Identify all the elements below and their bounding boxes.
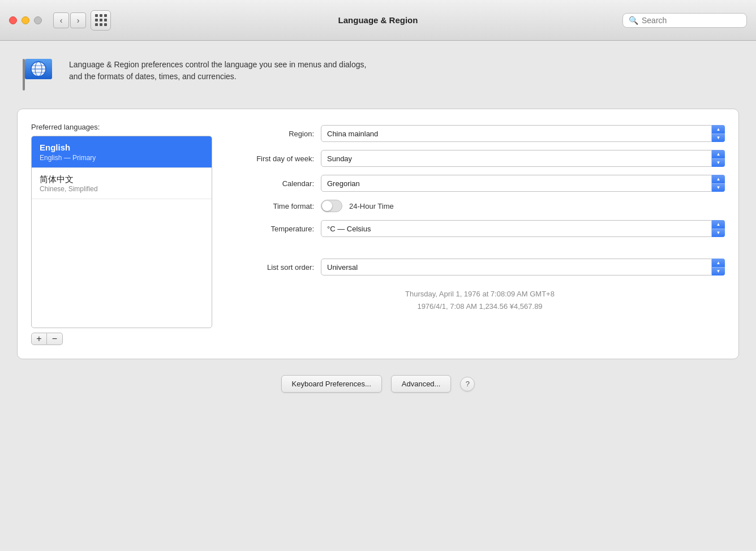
first-day-select-wrapper: Sunday Monday Saturday ▲ ▼ xyxy=(321,150,725,167)
add-language-button[interactable]: + xyxy=(31,333,47,345)
grid-icon xyxy=(95,14,107,26)
settings-panel: Preferred languages: English English — P… xyxy=(17,109,739,359)
advanced-button[interactable]: Advanced... xyxy=(391,375,452,393)
region-stepper-up[interactable]: ▲ xyxy=(712,125,725,134)
calendar-stepper[interactable]: ▲ ▼ xyxy=(711,175,725,192)
first-day-row: First day of week: Sunday Monday Saturda… xyxy=(235,150,725,167)
panel-inner: Preferred languages: English English — P… xyxy=(31,123,725,345)
first-day-stepper[interactable]: ▲ ▼ xyxy=(711,150,725,167)
svg-rect-0 xyxy=(23,59,25,91)
list-buttons: + − xyxy=(31,333,212,345)
list-sort-select-wrapper: Universal Current Language ▲ ▼ xyxy=(321,259,725,276)
help-button[interactable]: ? xyxy=(460,377,475,391)
language-sub-english: English — Primary xyxy=(40,154,204,162)
nav-buttons: ‹ › xyxy=(53,12,86,28)
time-format-text: 24-Hour Time xyxy=(349,202,394,210)
temperature-label: Temperature: xyxy=(235,225,314,233)
toggle-knob xyxy=(322,201,332,211)
calendar-stepper-down[interactable]: ▼ xyxy=(712,184,725,192)
calendar-select-wrapper: Gregorian Buddhist Chinese Hebrew Islami… xyxy=(321,175,725,192)
window-title: Language & Region xyxy=(338,15,418,25)
forward-button[interactable]: › xyxy=(70,12,86,28)
settings-section: Region: China mainland United States Uni… xyxy=(235,123,725,345)
keyboard-preferences-button[interactable]: Keyboard Preferences... xyxy=(281,375,382,393)
preview-date-line1: Thursday, April 1, 1976 at 7:08:09 AM GM… xyxy=(235,288,725,300)
temperature-row: Temperature: °C — Celsius °F — Fahrenhei… xyxy=(235,220,725,237)
list-sort-stepper-up[interactable]: ▲ xyxy=(712,259,725,268)
region-label: Region: xyxy=(235,130,314,138)
calendar-label: Calendar: xyxy=(235,179,314,188)
temperature-stepper-down[interactable]: ▼ xyxy=(712,229,725,238)
first-day-select[interactable]: Sunday Monday Saturday xyxy=(321,150,725,167)
time-format-label: Time format: xyxy=(235,202,314,210)
calendar-select[interactable]: Gregorian Buddhist Chinese Hebrew Islami… xyxy=(321,175,725,192)
temperature-stepper[interactable]: ▲ ▼ xyxy=(711,220,725,237)
calendar-row: Calendar: Gregorian Buddhist Chinese Heb… xyxy=(235,175,725,192)
language-section: Preferred languages: English English — P… xyxy=(31,123,212,345)
preview-section: Thursday, April 1, 1976 at 7:08:09 AM GM… xyxy=(235,288,725,313)
language-sub-chinese: Chinese, Simplified xyxy=(40,185,204,193)
grid-view-button[interactable] xyxy=(91,10,111,31)
description-line1: Language & Region preferences control th… xyxy=(69,60,366,69)
first-day-stepper-up[interactable]: ▲ xyxy=(712,150,725,159)
first-day-label: First day of week: xyxy=(235,154,314,163)
region-stepper[interactable]: ▲ ▼ xyxy=(711,125,725,142)
list-sort-select[interactable]: Universal Current Language xyxy=(321,259,725,276)
remove-language-button[interactable]: − xyxy=(47,333,63,345)
titlebar: ‹ › Language & Region 🔍 xyxy=(0,0,756,41)
close-button[interactable] xyxy=(9,16,17,24)
first-day-stepper-down[interactable]: ▼ xyxy=(712,159,725,167)
preview-date-line2: 1976/4/1, 7:08 AM 1,234.56 ¥4,567.89 xyxy=(235,300,725,313)
window-controls xyxy=(9,16,42,24)
list-sort-stepper[interactable]: ▲ ▼ xyxy=(711,259,725,276)
time-format-toggle[interactable] xyxy=(321,200,342,212)
temperature-stepper-up[interactable]: ▲ xyxy=(712,220,725,229)
header-section: Language & Region preferences control th… xyxy=(17,54,739,95)
language-name-chinese: 简体中文 xyxy=(40,174,204,185)
region-select-wrapper: China mainland United States United King… xyxy=(321,125,725,142)
language-list: English English — Primary 简体中文 Chinese, … xyxy=(31,136,212,328)
list-sort-label: List sort order: xyxy=(235,263,314,272)
preferred-languages-label: Preferred languages: xyxy=(31,123,212,131)
header-description: Language & Region preferences control th… xyxy=(69,54,366,83)
search-bar[interactable]: 🔍 xyxy=(622,13,747,28)
search-input[interactable] xyxy=(642,16,741,25)
language-item-english[interactable]: English English — Primary xyxy=(32,136,212,168)
minimize-button[interactable] xyxy=(22,16,29,24)
spacer xyxy=(235,245,725,251)
maximize-button[interactable] xyxy=(34,16,42,24)
globe-icon xyxy=(17,54,58,95)
temperature-select[interactable]: °C — Celsius °F — Fahrenheit xyxy=(321,220,725,237)
time-format-row: Time format: 24-Hour Time xyxy=(235,200,725,212)
back-button[interactable]: ‹ xyxy=(53,12,69,28)
region-stepper-down[interactable]: ▼ xyxy=(712,134,725,143)
bottom-bar: Keyboard Preferences... Advanced... ? xyxy=(17,375,739,393)
calendar-stepper-up[interactable]: ▲ xyxy=(712,175,725,184)
main-content: Language & Region preferences control th… xyxy=(0,41,756,406)
list-sort-stepper-down[interactable]: ▼ xyxy=(712,268,725,276)
region-select[interactable]: China mainland United States United King… xyxy=(321,125,725,142)
language-name-english: English xyxy=(40,142,204,153)
temperature-select-wrapper: °C — Celsius °F — Fahrenheit ▲ ▼ xyxy=(321,220,725,237)
description-line2: and the formats of dates, times, and cur… xyxy=(69,72,237,81)
search-icon: 🔍 xyxy=(629,16,638,25)
list-sort-row: List sort order: Universal Current Langu… xyxy=(235,259,725,276)
language-item-chinese[interactable]: 简体中文 Chinese, Simplified xyxy=(32,168,212,200)
region-row: Region: China mainland United States Uni… xyxy=(235,125,725,142)
